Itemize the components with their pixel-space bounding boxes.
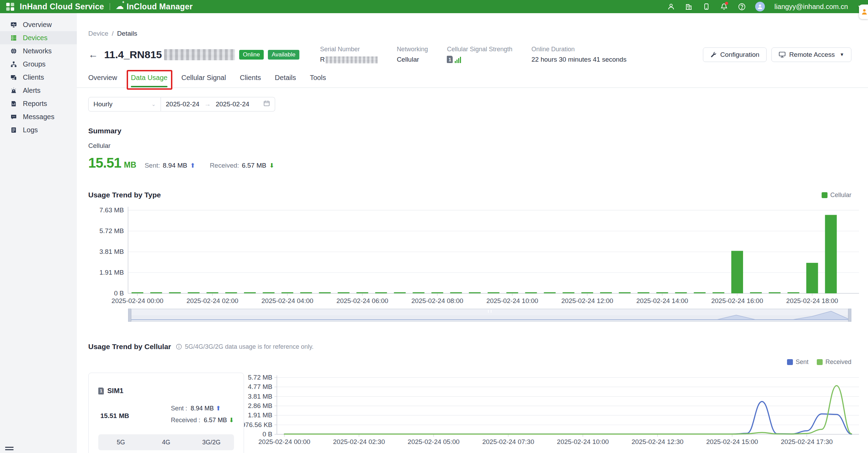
sim-tab-3g2g[interactable]: 3G/2G <box>189 439 234 446</box>
svg-text:2025-02-24 06:00: 2025-02-24 06:00 <box>336 297 388 304</box>
svg-text:2025-02-24 07:30: 2025-02-24 07:30 <box>482 438 534 445</box>
sidebar-item-alerts[interactable]: Alerts <box>0 84 77 97</box>
logs-icon <box>10 127 17 133</box>
svg-text:2025-02-24 14:00: 2025-02-24 14:00 <box>636 297 688 304</box>
wrench-icon <box>710 51 717 58</box>
sidebar-item-reports[interactable]: Reports <box>0 97 77 110</box>
sidebar-item-groups[interactable]: Groups <box>0 57 77 71</box>
sim1-card-header: 1 SIM1 <box>98 387 234 395</box>
svg-text:0 B: 0 B <box>114 290 124 297</box>
received-down-arrow-icon: ⬇ <box>269 162 274 169</box>
info-online-duration: Online Duration 22 hours 30 minutes 41 s… <box>532 46 627 63</box>
sidebar-item-clients[interactable]: Clients <box>0 71 77 84</box>
main-content: Device / Details ← 11.4_RN815 Online Ava… <box>77 13 868 453</box>
chevron-down-icon: ⌄ <box>151 101 156 107</box>
usage-by-cellular-title: Usage Trend by Cellular <box>88 343 171 351</box>
user-email[interactable]: liangyy@inhand.com.cn <box>774 3 848 11</box>
tab-cellular-signal[interactable]: Cellular Signal <box>181 74 226 87</box>
usage-by-type-header: Usage Trend by Type Cellular <box>88 191 851 199</box>
sim-chip-icon: 1 <box>98 388 104 394</box>
status-badge-available: Available <box>268 50 299 60</box>
device-info: Serial Number R Networking Cellular Cell… <box>320 46 627 63</box>
svg-text:3.81 MB: 3.81 MB <box>99 248 124 255</box>
clients-icon <box>10 74 17 81</box>
app-grid-icon[interactable] <box>6 3 14 11</box>
organization-icon[interactable] <box>685 2 693 11</box>
tab-overview[interactable]: Overview <box>88 74 117 87</box>
svg-text:2025-02-24 00:00: 2025-02-24 00:00 <box>111 297 163 304</box>
usage-by-cellular-legend: SentReceived <box>787 358 851 366</box>
sim-tab-4g[interactable]: 4G <box>144 439 189 446</box>
sidebar-item-overview[interactable]: Overview <box>0 18 77 31</box>
messages-icon <box>10 114 17 120</box>
sim-sent-up-arrow-icon: ⬆ <box>216 405 221 412</box>
legend-received[interactable]: Received <box>817 358 851 366</box>
sent-up-arrow-icon: ⬆ <box>190 162 195 169</box>
help-icon[interactable] <box>738 2 746 11</box>
configuration-button[interactable]: Configuration <box>703 47 767 62</box>
svg-text:2025-02-24 18:00: 2025-02-24 18:00 <box>786 297 838 304</box>
remote-access-button[interactable]: Remote Access ▼ <box>771 47 851 62</box>
brand-divider <box>110 3 110 10</box>
info-signal-strength: Cellular Signal Strength 1 <box>447 46 512 63</box>
chart-zoom-brush[interactable] <box>128 309 851 322</box>
sim1-sent-received: Sent : 8.94 MB ⬆ Received : 6.57 MB ⬇ <box>171 402 234 426</box>
received-value: 6.57 MB <box>242 162 266 169</box>
cellular-usage-row: 5.72 MB4.77 MB3.81 MB2.86 MB1.91 MB976.5… <box>88 371 851 445</box>
granularity-select[interactable]: Hourly ⌄ <box>88 97 161 112</box>
date-range-picker[interactable]: 2025-02-24 → 2025-02-24 <box>161 97 275 112</box>
devices-icon <box>10 35 17 41</box>
sidebar-collapse-icon[interactable] <box>5 447 13 452</box>
date-to: 2025-02-24 <box>216 100 249 108</box>
notifications-icon[interactable] <box>720 2 728 11</box>
detail-tabs: Overview Data Usage Cellular Signal Clie… <box>88 74 851 87</box>
svg-text:2025-02-24 15:00: 2025-02-24 15:00 <box>706 438 758 445</box>
total-usage-value: 15.51 <box>88 155 121 171</box>
sim1-network-tabs: 5G 4G 3G/2G <box>98 434 234 450</box>
sidebar-item-messages[interactable]: Messages <box>0 110 77 123</box>
sidebar-item-logs[interactable]: Logs <box>0 123 77 136</box>
tab-details[interactable]: Details <box>275 74 296 87</box>
groups-icon <box>10 61 17 68</box>
redacted-serial <box>326 56 378 63</box>
sim-tab-5g[interactable]: 5G <box>98 439 144 446</box>
usage-by-cellular-note: 5G/4G/3G/2G data usage is for reference … <box>176 343 314 350</box>
account-icon[interactable] <box>667 2 675 11</box>
back-arrow-icon[interactable]: ← <box>88 50 98 60</box>
mobile-app-icon[interactable] <box>702 2 711 11</box>
svg-text:2025-02-24 00:00: 2025-02-24 00:00 <box>259 438 310 445</box>
support-chat-widget[interactable] <box>859 5 868 19</box>
device-name: 11.4_RN815 <box>104 49 235 61</box>
sidebar: Overview Devices Networks Groups Clients <box>0 13 77 453</box>
alerts-icon <box>10 87 17 94</box>
remote-access-caret-icon: ▼ <box>840 52 844 57</box>
sidebar-item-devices[interactable]: Devices <box>0 31 77 44</box>
svg-text:976.56 KB: 976.56 KB <box>242 421 272 428</box>
legend-cellular[interactable]: Cellular <box>822 192 851 199</box>
tabs-divider <box>77 87 868 88</box>
usage-by-cellular-header: Usage Trend by Cellular 5G/4G/3G/2G data… <box>88 343 851 351</box>
user-avatar[interactable] <box>755 2 765 11</box>
tab-tools[interactable]: Tools <box>310 74 326 87</box>
reports-icon <box>10 100 17 107</box>
sim1-total: 15.51MB <box>98 408 129 421</box>
info-networking: Networking Cellular <box>397 46 428 63</box>
svg-text:1.91 MB: 1.91 MB <box>248 411 272 419</box>
svg-text:5.72 MB: 5.72 MB <box>248 374 272 381</box>
networks-icon <box>10 48 17 54</box>
tab-clients[interactable]: Clients <box>240 74 261 87</box>
svg-text:2025-02-24 17:30: 2025-02-24 17:30 <box>781 438 833 445</box>
svg-text:3.81 MB: 3.81 MB <box>248 393 272 400</box>
status-badge-online: Online <box>239 50 264 60</box>
sidebar-item-networks[interactable]: Networks <box>0 44 77 57</box>
svg-text:2025-02-24 12:30: 2025-02-24 12:30 <box>632 438 684 445</box>
sent-value: 8.94 MB <box>163 162 187 169</box>
sim1-signal-icon: 1 <box>447 56 461 63</box>
legend-sent[interactable]: Sent <box>787 358 808 366</box>
tab-data-usage[interactable]: Data Usage <box>131 74 168 87</box>
svg-text:0 B: 0 B <box>262 430 272 438</box>
svg-text:2025-02-24 02:00: 2025-02-24 02:00 <box>187 297 238 304</box>
svg-text:2025-02-24 10:00: 2025-02-24 10:00 <box>557 438 609 445</box>
breadcrumb-device[interactable]: Device <box>88 30 108 37</box>
summary-heading: Summary <box>88 127 851 135</box>
